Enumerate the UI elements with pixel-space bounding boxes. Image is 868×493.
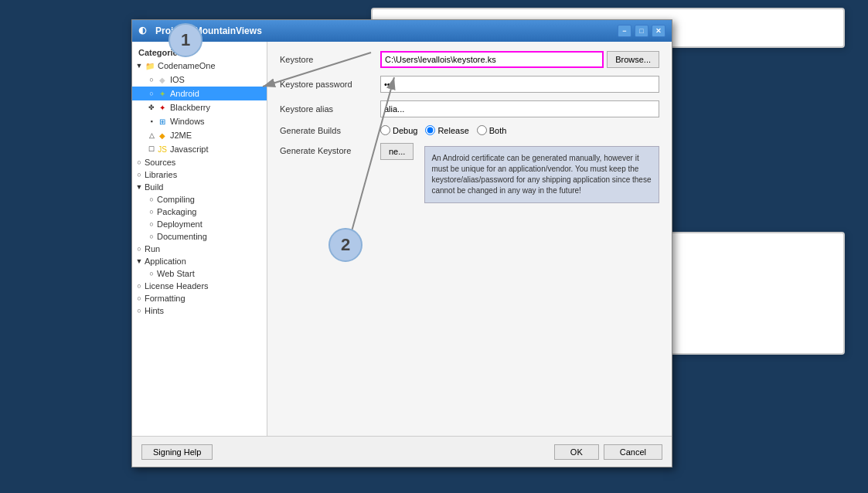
- radio-debug[interactable]: [380, 125, 390, 135]
- browse-button[interactable]: Browse...: [607, 51, 659, 68]
- keystore-alias-row: Keystore alias: [280, 100, 659, 117]
- expand-icon: ▼: [135, 62, 143, 70]
- sidebar-label-run: Run: [145, 244, 160, 253]
- sidebar-label-application: Application: [145, 257, 186, 266]
- keystore-row: Keystore Browse...: [280, 51, 659, 68]
- generate-builds-label: Generate Builds: [280, 126, 380, 135]
- sidebar-label-deployment: Deployment: [157, 219, 203, 229]
- sidebar-item-hints[interactable]: ○ Hints: [132, 304, 267, 317]
- radio-debug-label[interactable]: Debug: [380, 125, 417, 135]
- radio-both-label[interactable]: Both: [477, 125, 507, 135]
- sidebar-label-libraries: Libraries: [145, 170, 177, 179]
- expand-icon-lh: ○: [135, 282, 143, 290]
- expand-icon-formatting: ○: [135, 294, 143, 302]
- radio-release-label[interactable]: Release: [425, 125, 468, 135]
- sidebar-label-compiling: Compiling: [157, 195, 195, 204]
- expand-icon-webstart: ○: [148, 270, 155, 277]
- expand-icon-win: ▪: [148, 117, 155, 125]
- expand-icon-compiling: ○: [148, 196, 155, 203]
- sidebar-item-libraries[interactable]: ○ Libraries: [132, 168, 267, 181]
- keystore-password-input[interactable]: [380, 76, 659, 93]
- sidebar-item-android[interactable]: ○ ✦ Android: [132, 87, 267, 100]
- radio-both[interactable]: [477, 125, 487, 135]
- sidebar-item-blackberry[interactable]: ✤ ✦ Blackberry: [132, 100, 267, 114]
- generate-keystore-row: Generate Keystore ne... An Android certi…: [280, 143, 659, 203]
- keystore-label: Keystore: [280, 55, 380, 64]
- title-bar: ◐ Proje... - MountainViews − □ ✕: [132, 20, 672, 42]
- badge-2: 2: [328, 228, 363, 262]
- keystore-alias-label: Keystore alias: [280, 104, 380, 114]
- ios-icon: ◆: [157, 74, 168, 85]
- sidebar-item-run[interactable]: ○ Run: [132, 243, 267, 255]
- expand-icon-hints: ○: [135, 307, 143, 314]
- j2me-icon: ◆: [157, 130, 168, 141]
- radio-debug-text: Debug: [393, 126, 417, 135]
- expand-icon-android: ○: [148, 90, 155, 97]
- expand-icon-application: ▼: [135, 257, 143, 265]
- keystore-input[interactable]: [380, 51, 604, 68]
- generate-keystore-content: ne... An Android certificate can be gene…: [380, 143, 659, 203]
- windows-icon: ⊞: [157, 116, 168, 127]
- expand-icon-j2me: △: [148, 131, 155, 139]
- sidebar-item-j2me[interactable]: △ ◆ J2ME: [132, 128, 267, 142]
- badge-1: 1: [168, 23, 203, 57]
- sidebar-label-codenameone: CodenameOne: [158, 61, 216, 70]
- folder-icon: 📁: [145, 60, 155, 71]
- sidebar-item-sources[interactable]: ○ Sources: [132, 156, 267, 168]
- generate-builds-radio-group: Debug Release Both: [380, 125, 506, 135]
- keystore-password-label: Keystore password: [280, 80, 380, 89]
- info-text: An Android certificate can be generated …: [431, 154, 651, 195]
- sidebar-label-js: Javascript: [170, 144, 209, 154]
- sidebar-label-ios: IOS: [170, 75, 185, 84]
- expand-icon-deployment: ○: [148, 220, 155, 228]
- sidebar-label-build: Build: [145, 182, 163, 192]
- ok-button[interactable]: OK: [554, 444, 599, 460]
- sidebar-item-windows[interactable]: ▪ ⊞ Windows: [132, 114, 267, 128]
- sidebar-item-javascript[interactable]: ☐ JS Javascript: [132, 142, 267, 156]
- categories-panel: Categories: ▼ 📁 CodenameOne ○ ◆ IOS ○ ✦ …: [132, 42, 267, 436]
- sidebar-label-webstart: Web Start: [157, 269, 195, 278]
- window-icon: ◐: [138, 25, 151, 37]
- sidebar-label-hints: Hints: [145, 306, 164, 315]
- sidebar-item-documenting[interactable]: ○ Documenting: [132, 230, 267, 243]
- cancel-button[interactable]: Cancel: [604, 444, 662, 460]
- dialog-content: Categories: ▼ 📁 CodenameOne ○ ◆ IOS ○ ✦ …: [132, 42, 672, 436]
- android-icon: ✦: [157, 88, 168, 99]
- sidebar-item-codenameone[interactable]: ▼ 📁 CodenameOne: [132, 59, 267, 73]
- js-icon: JS: [157, 144, 168, 155]
- sidebar-label-documenting: Documenting: [157, 232, 207, 241]
- dialog-window: ◐ Proje... - MountainViews − □ ✕ Categor…: [131, 19, 672, 468]
- sidebar-item-webstart[interactable]: ○ Web Start: [132, 267, 267, 280]
- keystore-password-row: Keystore password: [280, 76, 659, 93]
- radio-release-text: Release: [437, 126, 468, 135]
- sidebar-item-ios[interactable]: ○ ◆ IOS: [132, 73, 267, 87]
- sidebar-item-formatting[interactable]: ○ Formatting: [132, 292, 267, 304]
- expand-icon-build: ▼: [135, 183, 143, 191]
- signing-help-button[interactable]: Signing Help: [141, 444, 213, 460]
- sidebar-label-sources: Sources: [145, 158, 175, 167]
- expand-icon-libraries: ○: [135, 171, 143, 178]
- sidebar-item-application[interactable]: ▼ Application: [132, 255, 267, 267]
- sidebar-label-formatting: Formatting: [145, 294, 186, 303]
- info-box: An Android certificate can be generated …: [424, 146, 659, 203]
- expand-icon-packaging: ○: [148, 208, 155, 216]
- sidebar-item-deployment[interactable]: ○ Deployment: [132, 218, 267, 230]
- generate-builds-row: Generate Builds Debug Release Both: [280, 125, 659, 135]
- expand-icon-ios: ○: [148, 76, 155, 83]
- sidebar-label-bb: Blackberry: [170, 103, 210, 112]
- ok-cancel-group: OK Cancel: [554, 444, 662, 460]
- gen-keystore-button[interactable]: ne...: [380, 143, 414, 160]
- expand-icon-bb: ✤: [148, 104, 155, 111]
- sidebar-item-packaging[interactable]: ○ Packaging: [132, 206, 267, 218]
- keystore-alias-input[interactable]: [380, 100, 659, 117]
- sidebar-item-build[interactable]: ▼ Build: [132, 181, 267, 193]
- sidebar-item-compiling[interactable]: ○ Compiling: [132, 193, 267, 206]
- minimize-btn[interactable]: −: [618, 25, 631, 37]
- maximize-btn[interactable]: □: [635, 25, 648, 37]
- sidebar-label-lh: License Headers: [145, 281, 209, 291]
- dialog-bottom: Signing Help OK Cancel: [132, 436, 672, 467]
- sidebar-item-licenseheaders[interactable]: ○ License Headers: [132, 280, 267, 292]
- title-bar-controls: − □ ✕: [618, 25, 665, 37]
- radio-release[interactable]: [425, 125, 435, 135]
- close-btn[interactable]: ✕: [652, 25, 665, 37]
